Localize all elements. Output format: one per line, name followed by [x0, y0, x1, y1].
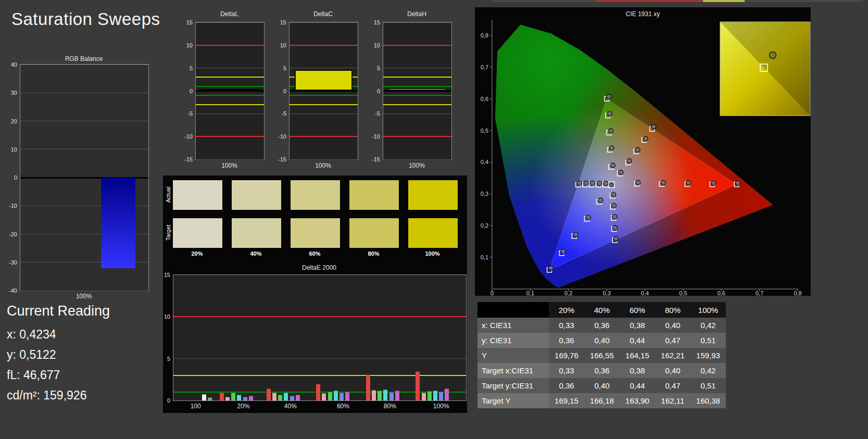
y-tick-label: 0,4 [481, 159, 488, 165]
y-tick-label: -5 [174, 110, 193, 117]
y-tick-label: 0,7 [481, 64, 488, 70]
y-tick-label: 15 [268, 19, 286, 26]
deltal-xlabel: 100% [195, 162, 263, 169]
rgb-balance-chart[interactable]: RGB Balance -40-30-20-10010203040 100% [3, 55, 151, 306]
y-tick-label: -15 [268, 156, 286, 163]
swatch [231, 218, 282, 248]
table-cell: 166,18 [584, 393, 620, 408]
swatch [408, 218, 458, 248]
y-tick-label: 0,8 [481, 32, 488, 39]
bar [378, 391, 382, 400]
gridline [383, 22, 451, 23]
reference-line [173, 375, 466, 376]
deltal-title: DeltaL [195, 10, 263, 18]
bar [267, 388, 271, 400]
bar [445, 388, 449, 400]
y-tick-label: 0 [361, 87, 380, 95]
table-cell: 0,40 [584, 333, 620, 348]
x-tick-label: 40% [278, 403, 303, 410]
deltac-chart[interactable]: DeltaC -15-10-5051015 100% [268, 10, 359, 174]
y-tick-label: 0,3 [481, 191, 488, 197]
measured-marker-green [609, 129, 613, 133]
table-row: Target Y169,15166,18163,90162,11160,38 [477, 393, 726, 408]
measured-marker-magenta [613, 236, 618, 241]
y-tick-label: 20 [0, 118, 17, 125]
y-tick-label: 10 [152, 313, 170, 320]
swatch-deltae-panel[interactable]: Actual Target 20%40%60%80%100% DeltaE 20… [163, 175, 467, 413]
table-row-label: Target y:CIE31 [477, 378, 549, 393]
bar [395, 391, 399, 400]
measured-marker-yellow [619, 170, 623, 174]
measured-marker-blue [573, 232, 578, 237]
table-cell: 0,44 [620, 333, 655, 348]
y-tick-label: 15 [152, 271, 170, 279]
bar [295, 70, 352, 91]
table-cell: 0,42 [690, 363, 726, 378]
reference-line [290, 45, 358, 46]
bar [220, 393, 224, 400]
table-cell: 162,21 [655, 348, 690, 363]
measured-marker-cyan [590, 181, 595, 185]
swatch [408, 180, 458, 210]
x-tick-label: 0,5 [679, 290, 687, 296]
deltah-chart[interactable]: DeltaH -15-10-5051015 100% [362, 10, 453, 174]
y-tick-label: 10 [361, 42, 380, 49]
bar [201, 89, 258, 91]
bar [284, 393, 288, 400]
table-cell: 0,40 [655, 318, 690, 333]
gridline [196, 22, 264, 23]
gridline [383, 159, 451, 160]
gridline [290, 68, 358, 68]
table-cell: 164,15 [620, 348, 655, 363]
zoom-inset-measured [770, 52, 776, 59]
target-row-label: Target [165, 218, 171, 247]
y-tick-label: 15 [361, 19, 380, 26]
reference-line [383, 136, 451, 137]
window-chrome-fragment-yellow [703, 0, 745, 2]
table-row: Target x:CIE310,330,360,380,400,42 [477, 363, 726, 378]
x-tick-label: 100% [429, 403, 454, 410]
measured-marker-cyan [603, 181, 608, 186]
table-cell: 0,36 [584, 363, 620, 378]
table-cell: 160,38 [690, 393, 726, 408]
y-tick-label: -5 [361, 110, 380, 117]
y-tick-label: -15 [174, 156, 193, 163]
x-tick-label: 0,3 [602, 290, 610, 296]
table-cell: 0,33 [549, 318, 584, 333]
swatch-label: 20% [172, 250, 222, 257]
y-tick-label: -40 [0, 287, 17, 294]
swatch-label: 80% [349, 250, 398, 257]
table-row-label: Target x:CIE31 [477, 363, 549, 378]
table-header-cell: 20% [549, 302, 584, 318]
measured-marker-red [711, 181, 715, 185]
y-tick-label: -10 [268, 133, 286, 140]
window-chrome-fragment-red [598, 0, 702, 2]
deltal-chart[interactable]: DeltaL -15-10-5051015 100% [174, 10, 266, 174]
bar [243, 397, 247, 400]
reference-line [383, 77, 451, 78]
measured-marker-green [610, 163, 615, 168]
reading-x: x: 0,4234 [7, 324, 110, 345]
measured-marker-magenta [613, 225, 618, 230]
reference-line [290, 104, 358, 105]
bar [389, 392, 394, 400]
table-row: y: CIE310,360,400,440,470,51 [477, 333, 726, 348]
y-tick-label: 0 [0, 174, 17, 181]
bar [296, 395, 300, 400]
y-tick-label: 0,2 [481, 222, 488, 229]
measured-marker-cyan [597, 181, 602, 186]
gridline [20, 149, 148, 149]
measured-marker-red [686, 181, 691, 185]
y-tick-label: 0 [174, 87, 193, 95]
y-tick-label: 40 [0, 61, 17, 68]
bar [208, 397, 212, 400]
measured-marker-cyan [577, 181, 582, 185]
table-row-label: Y [477, 348, 549, 363]
measurement-table-panel[interactable]: 20%40%60%80%100%x: CIE310,330,360,380,40… [477, 302, 726, 408]
bar [427, 391, 432, 400]
gridline [20, 291, 148, 291]
y-tick-label: 10 [174, 42, 193, 49]
y-tick-label: -10 [174, 133, 193, 140]
measured-marker-magenta [612, 215, 617, 219]
cie-panel[interactable]: CIE 1931 xy 00,10,20,30,40,50,60,70,80,1… [475, 7, 811, 296]
